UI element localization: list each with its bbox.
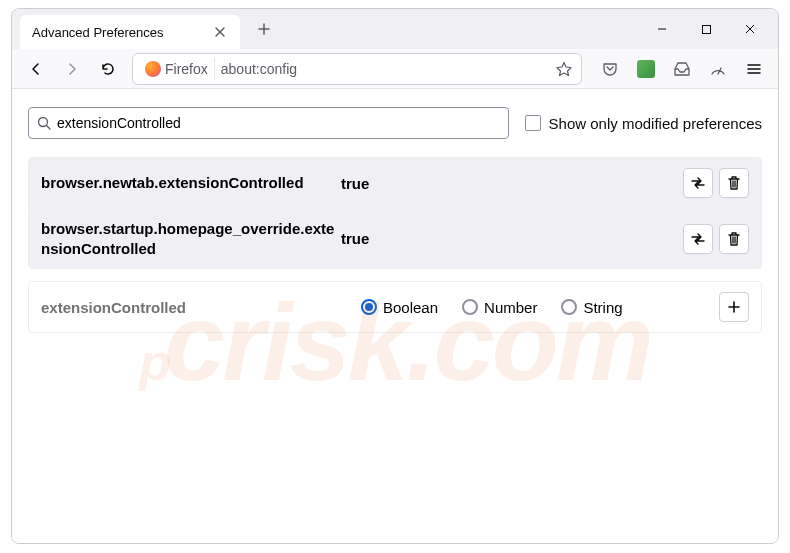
identity-label: Firefox — [165, 61, 208, 77]
search-icon — [37, 116, 51, 130]
search-box[interactable] — [28, 107, 509, 139]
pref-row[interactable]: browser.startup.homepage_override.extens… — [29, 208, 761, 268]
content-area: Show only modified preferences browser.n… — [12, 89, 778, 543]
new-pref-row: extensionControlled Boolean Number Strin… — [28, 281, 762, 333]
preferences-table: browser.newtab.extensionControlled true … — [28, 157, 762, 269]
search-row: Show only modified preferences — [28, 107, 762, 139]
window-frame: Advanced Preferences — [11, 8, 779, 544]
close-tab-icon[interactable] — [212, 24, 228, 40]
radio-boolean-label: Boolean — [383, 299, 438, 316]
toggle-button[interactable] — [683, 224, 713, 254]
browser-tab[interactable]: Advanced Preferences — [20, 15, 240, 49]
radio-string-label: String — [583, 299, 622, 316]
reload-button[interactable] — [92, 53, 124, 85]
titlebar: Advanced Preferences — [12, 9, 778, 49]
pocket-icon[interactable] — [594, 53, 626, 85]
pref-name: browser.newtab.extensionControlled — [41, 173, 341, 193]
pref-value: true — [341, 230, 683, 247]
maximize-button[interactable] — [690, 13, 722, 45]
radio-boolean[interactable]: Boolean — [361, 299, 438, 316]
toolbar-right — [594, 53, 770, 85]
back-button[interactable] — [20, 53, 52, 85]
tab-title: Advanced Preferences — [32, 25, 212, 40]
identity-box[interactable]: Firefox — [139, 58, 215, 80]
new-tab-button[interactable] — [250, 15, 278, 43]
search-input[interactable] — [57, 115, 500, 131]
toggle-button[interactable] — [683, 168, 713, 198]
url-text: about:config — [221, 61, 547, 77]
modified-only-control[interactable]: Show only modified preferences — [525, 115, 762, 132]
pref-row[interactable]: browser.newtab.extensionControlled true — [29, 158, 761, 208]
navbar: Firefox about:config — [12, 49, 778, 89]
delete-button[interactable] — [719, 168, 749, 198]
bookmark-star-icon[interactable] — [553, 58, 575, 80]
radio-number-label: Number — [484, 299, 537, 316]
type-radio-group: Boolean Number String — [361, 299, 699, 316]
new-pref-name: extensionControlled — [41, 299, 341, 316]
add-pref-button[interactable] — [719, 292, 749, 322]
gauge-icon[interactable] — [702, 53, 734, 85]
pref-name: browser.startup.homepage_override.extens… — [41, 219, 341, 258]
delete-button[interactable] — [719, 224, 749, 254]
inbox-icon[interactable] — [666, 53, 698, 85]
radio-string[interactable]: String — [561, 299, 622, 316]
pref-value: true — [341, 175, 683, 192]
modified-only-checkbox[interactable] — [525, 115, 541, 131]
minimize-button[interactable] — [646, 13, 678, 45]
window-controls — [646, 13, 766, 45]
radio-number[interactable]: Number — [462, 299, 537, 316]
firefox-logo-icon — [145, 61, 161, 77]
menu-button[interactable] — [738, 53, 770, 85]
svg-rect-0 — [702, 25, 710, 33]
forward-button[interactable] — [56, 53, 88, 85]
extension-icon[interactable] — [630, 53, 662, 85]
close-window-button[interactable] — [734, 13, 766, 45]
modified-only-label: Show only modified preferences — [549, 115, 762, 132]
url-bar[interactable]: Firefox about:config — [132, 53, 582, 85]
